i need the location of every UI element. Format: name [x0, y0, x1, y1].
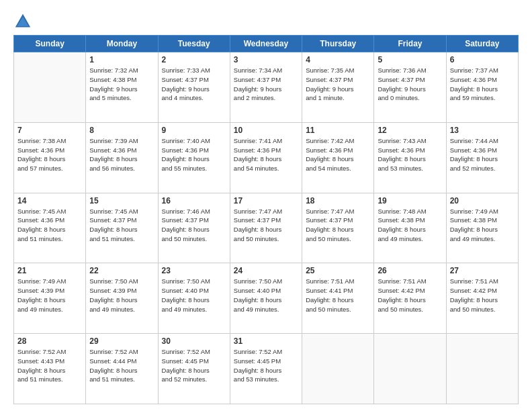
day-detail: Sunrise: 7:47 AM Sunset: 4:37 PM Dayligh… [306, 207, 370, 244]
calendar-cell [374, 334, 446, 404]
day-detail: Sunrise: 7:48 AM Sunset: 4:38 PM Dayligh… [378, 207, 442, 244]
calendar-cell: 16Sunrise: 7:46 AM Sunset: 4:37 PM Dayli… [158, 193, 230, 263]
calendar-cell: 21Sunrise: 7:49 AM Sunset: 4:39 PM Dayli… [14, 263, 86, 334]
day-number: 28 [17, 336, 82, 346]
day-detail: Sunrise: 7:33 AM Sunset: 4:37 PM Dayligh… [162, 66, 226, 103]
day-number: 18 [306, 196, 370, 205]
weekday-header: Sunday [14, 36, 86, 52]
day-detail: Sunrise: 7:46 AM Sunset: 4:37 PM Dayligh… [162, 207, 226, 244]
day-detail: Sunrise: 7:32 AM Sunset: 4:38 PM Dayligh… [89, 66, 154, 103]
day-number: 31 [234, 336, 298, 346]
day-number: 3 [234, 55, 298, 64]
day-number: 30 [162, 336, 226, 346]
day-detail: Sunrise: 7:52 AM Sunset: 4:45 PM Dayligh… [234, 347, 298, 384]
day-number: 29 [89, 336, 154, 346]
day-detail: Sunrise: 7:45 AM Sunset: 4:36 PM Dayligh… [17, 207, 82, 244]
calendar-cell: 9Sunrise: 7:40 AM Sunset: 4:36 PM Daylig… [158, 122, 230, 193]
header [13, 12, 519, 31]
day-number: 16 [162, 196, 226, 205]
day-detail: Sunrise: 7:37 AM Sunset: 4:36 PM Dayligh… [450, 66, 515, 103]
calendar-cell: 12Sunrise: 7:43 AM Sunset: 4:36 PM Dayli… [374, 122, 446, 193]
calendar-cell: 28Sunrise: 7:52 AM Sunset: 4:43 PM Dayli… [14, 334, 86, 404]
calendar-cell: 2Sunrise: 7:33 AM Sunset: 4:37 PM Daylig… [158, 52, 230, 123]
calendar-cell: 17Sunrise: 7:47 AM Sunset: 4:37 PM Dayli… [230, 193, 302, 263]
calendar-cell [446, 334, 518, 404]
logo [13, 12, 35, 31]
day-detail: Sunrise: 7:51 AM Sunset: 4:42 PM Dayligh… [450, 277, 515, 314]
calendar-cell: 18Sunrise: 7:47 AM Sunset: 4:37 PM Dayli… [302, 193, 374, 263]
day-number: 12 [378, 126, 442, 135]
day-number: 25 [306, 266, 370, 275]
calendar-cell: 4Sunrise: 7:35 AM Sunset: 4:37 PM Daylig… [302, 52, 374, 123]
day-number: 5 [378, 55, 442, 64]
day-detail: Sunrise: 7:45 AM Sunset: 4:37 PM Dayligh… [89, 207, 154, 244]
calendar-cell: 20Sunrise: 7:49 AM Sunset: 4:38 PM Dayli… [446, 193, 518, 263]
calendar-cell: 19Sunrise: 7:48 AM Sunset: 4:38 PM Dayli… [374, 193, 446, 263]
day-number: 2 [162, 55, 226, 64]
day-number: 27 [450, 266, 515, 275]
day-detail: Sunrise: 7:39 AM Sunset: 4:36 PM Dayligh… [89, 136, 154, 173]
day-number: 26 [378, 266, 442, 275]
weekday-header: Thursday [302, 36, 374, 52]
day-number: 21 [17, 266, 82, 275]
day-detail: Sunrise: 7:42 AM Sunset: 4:36 PM Dayligh… [306, 136, 370, 173]
day-number: 17 [234, 196, 298, 205]
weekday-header: Wednesday [230, 36, 302, 52]
day-number: 10 [234, 126, 298, 135]
calendar-cell: 29Sunrise: 7:52 AM Sunset: 4:44 PM Dayli… [86, 334, 158, 404]
calendar-cell: 14Sunrise: 7:45 AM Sunset: 4:36 PM Dayli… [14, 193, 86, 263]
day-number: 20 [450, 196, 515, 205]
day-detail: Sunrise: 7:50 AM Sunset: 4:39 PM Dayligh… [89, 277, 154, 314]
calendar-cell: 30Sunrise: 7:52 AM Sunset: 4:45 PM Dayli… [158, 334, 230, 404]
day-detail: Sunrise: 7:50 AM Sunset: 4:40 PM Dayligh… [162, 277, 226, 314]
calendar-cell: 3Sunrise: 7:34 AM Sunset: 4:37 PM Daylig… [230, 52, 302, 123]
calendar-cell: 22Sunrise: 7:50 AM Sunset: 4:39 PM Dayli… [86, 263, 158, 334]
day-number: 14 [17, 196, 82, 205]
day-number: 22 [89, 266, 154, 275]
weekday-header: Friday [374, 36, 446, 52]
day-detail: Sunrise: 7:51 AM Sunset: 4:41 PM Dayligh… [306, 277, 370, 314]
day-number: 13 [450, 126, 515, 135]
day-detail: Sunrise: 7:38 AM Sunset: 4:36 PM Dayligh… [17, 136, 82, 173]
calendar-cell: 8Sunrise: 7:39 AM Sunset: 4:36 PM Daylig… [86, 122, 158, 193]
day-number: 15 [89, 196, 154, 205]
calendar-cell [14, 52, 86, 123]
day-number: 1 [89, 55, 154, 64]
calendar-cell: 31Sunrise: 7:52 AM Sunset: 4:45 PM Dayli… [230, 334, 302, 404]
day-number: 19 [378, 196, 442, 205]
calendar-cell: 6Sunrise: 7:37 AM Sunset: 4:36 PM Daylig… [446, 52, 518, 123]
day-number: 11 [306, 126, 370, 135]
day-detail: Sunrise: 7:52 AM Sunset: 4:44 PM Dayligh… [89, 347, 154, 384]
weekday-header: Tuesday [158, 36, 230, 52]
calendar-cell: 10Sunrise: 7:41 AM Sunset: 4:36 PM Dayli… [230, 122, 302, 193]
calendar-cell: 27Sunrise: 7:51 AM Sunset: 4:42 PM Dayli… [446, 263, 518, 334]
day-detail: Sunrise: 7:49 AM Sunset: 4:39 PM Dayligh… [17, 277, 82, 314]
day-detail: Sunrise: 7:52 AM Sunset: 4:45 PM Dayligh… [162, 347, 226, 384]
day-detail: Sunrise: 7:47 AM Sunset: 4:37 PM Dayligh… [234, 207, 298, 244]
calendar-cell: 25Sunrise: 7:51 AM Sunset: 4:41 PM Dayli… [302, 263, 374, 334]
day-number: 7 [17, 126, 82, 135]
day-detail: Sunrise: 7:41 AM Sunset: 4:36 PM Dayligh… [234, 136, 298, 173]
day-detail: Sunrise: 7:35 AM Sunset: 4:37 PM Dayligh… [306, 66, 370, 103]
day-detail: Sunrise: 7:50 AM Sunset: 4:40 PM Dayligh… [234, 277, 298, 314]
day-detail: Sunrise: 7:49 AM Sunset: 4:38 PM Dayligh… [450, 207, 515, 244]
calendar-cell: 15Sunrise: 7:45 AM Sunset: 4:37 PM Dayli… [86, 193, 158, 263]
day-detail: Sunrise: 7:52 AM Sunset: 4:43 PM Dayligh… [17, 347, 82, 384]
day-number: 23 [162, 266, 226, 275]
calendar-table: SundayMondayTuesdayWednesdayThursdayFrid… [13, 35, 519, 404]
calendar-cell: 7Sunrise: 7:38 AM Sunset: 4:36 PM Daylig… [14, 122, 86, 193]
calendar-cell: 11Sunrise: 7:42 AM Sunset: 4:36 PM Dayli… [302, 122, 374, 193]
calendar-cell: 24Sunrise: 7:50 AM Sunset: 4:40 PM Dayli… [230, 263, 302, 334]
page: SundayMondayTuesdayWednesdayThursdayFrid… [0, 0, 532, 411]
calendar-cell: 5Sunrise: 7:36 AM Sunset: 4:37 PM Daylig… [374, 52, 446, 123]
day-number: 4 [306, 55, 370, 64]
day-number: 24 [234, 266, 298, 275]
calendar-cell [302, 334, 374, 404]
calendar-cell: 23Sunrise: 7:50 AM Sunset: 4:40 PM Dayli… [158, 263, 230, 334]
day-detail: Sunrise: 7:43 AM Sunset: 4:36 PM Dayligh… [378, 136, 442, 173]
calendar-cell: 1Sunrise: 7:32 AM Sunset: 4:38 PM Daylig… [86, 52, 158, 123]
day-detail: Sunrise: 7:51 AM Sunset: 4:42 PM Dayligh… [378, 277, 442, 314]
day-number: 6 [450, 55, 515, 64]
day-detail: Sunrise: 7:44 AM Sunset: 4:36 PM Dayligh… [450, 136, 515, 173]
day-number: 9 [162, 126, 226, 135]
